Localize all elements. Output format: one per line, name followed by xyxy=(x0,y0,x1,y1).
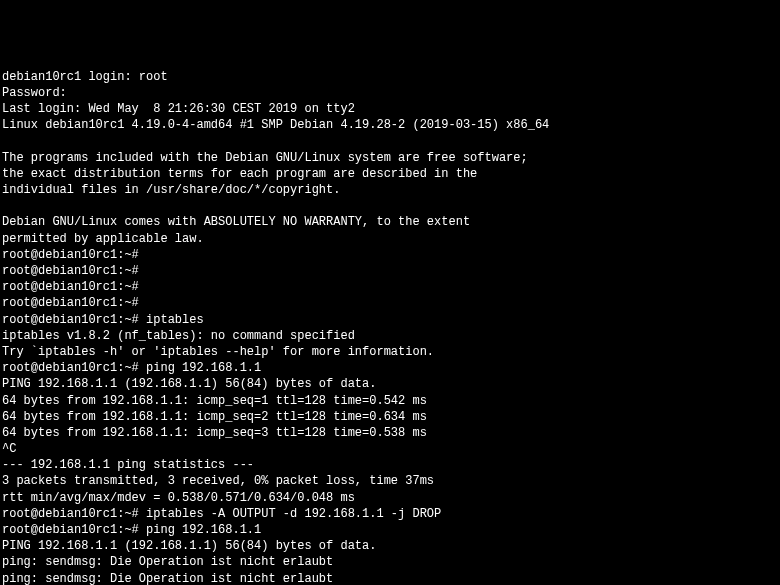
terminal-line: ^C xyxy=(2,441,778,457)
terminal-output[interactable]: debian10rc1 login: rootPassword:Last log… xyxy=(2,69,778,585)
terminal-line: ping: sendmsg: Die Operation ist nicht e… xyxy=(2,571,778,585)
terminal-line: ping: sendmsg: Die Operation ist nicht e… xyxy=(2,554,778,570)
terminal-line: Debian GNU/Linux comes with ABSOLUTELY N… xyxy=(2,214,778,230)
terminal-line: root@debian10rc1:~# ping 192.168.1.1 xyxy=(2,522,778,538)
terminal-line: The programs included with the Debian GN… xyxy=(2,150,778,166)
terminal-line: Password: xyxy=(2,85,778,101)
terminal-line xyxy=(2,134,778,150)
terminal-line: rtt min/avg/max/mdev = 0.538/0.571/0.634… xyxy=(2,490,778,506)
terminal-line: 3 packets transmitted, 3 received, 0% pa… xyxy=(2,473,778,489)
terminal-line: root@debian10rc1:~# iptables xyxy=(2,312,778,328)
terminal-line: --- 192.168.1.1 ping statistics --- xyxy=(2,457,778,473)
terminal-line: individual files in /usr/share/doc/*/cop… xyxy=(2,182,778,198)
terminal-line: PING 192.168.1.1 (192.168.1.1) 56(84) by… xyxy=(2,376,778,392)
terminal-line: root@debian10rc1:~# ping 192.168.1.1 xyxy=(2,360,778,376)
terminal-line: Linux debian10rc1 4.19.0-4-amd64 #1 SMP … xyxy=(2,117,778,133)
terminal-line: Last login: Wed May 8 21:26:30 CEST 2019… xyxy=(2,101,778,117)
terminal-line: root@debian10rc1:~# xyxy=(2,247,778,263)
terminal-line xyxy=(2,198,778,214)
terminal-line: root@debian10rc1:~# iptables -A OUTPUT -… xyxy=(2,506,778,522)
terminal-line: PING 192.168.1.1 (192.168.1.1) 56(84) by… xyxy=(2,538,778,554)
terminal-line: 64 bytes from 192.168.1.1: icmp_seq=2 tt… xyxy=(2,409,778,425)
terminal-line: the exact distribution terms for each pr… xyxy=(2,166,778,182)
terminal-line: debian10rc1 login: root xyxy=(2,69,778,85)
terminal-line: root@debian10rc1:~# xyxy=(2,279,778,295)
terminal-line: root@debian10rc1:~# xyxy=(2,263,778,279)
terminal-line: Try `iptables -h' or 'iptables --help' f… xyxy=(2,344,778,360)
terminal-line: 64 bytes from 192.168.1.1: icmp_seq=3 tt… xyxy=(2,425,778,441)
terminal-line: iptables v1.8.2 (nf_tables): no command … xyxy=(2,328,778,344)
terminal-line: 64 bytes from 192.168.1.1: icmp_seq=1 tt… xyxy=(2,393,778,409)
terminal-line: permitted by applicable law. xyxy=(2,231,778,247)
terminal-line: root@debian10rc1:~# xyxy=(2,295,778,311)
